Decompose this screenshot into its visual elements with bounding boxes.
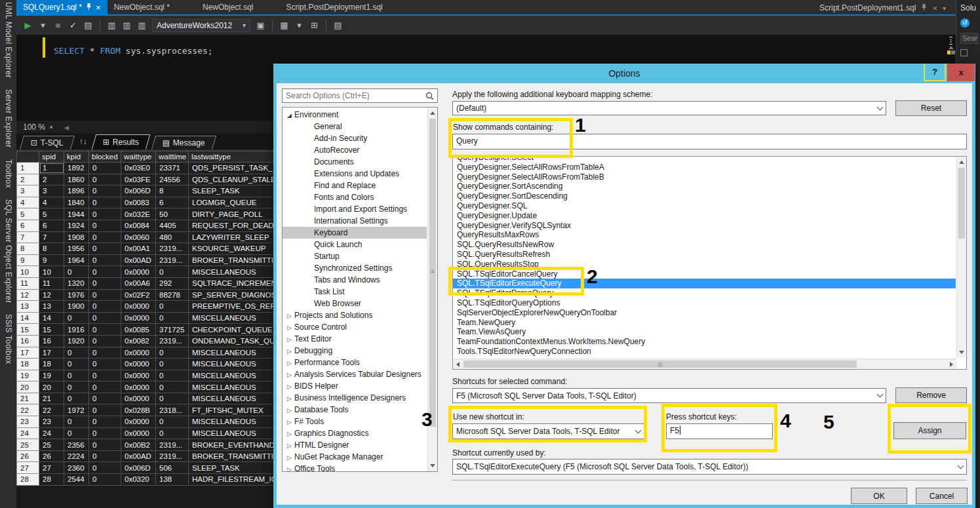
data-cell[interactable]: 0x00AD (121, 254, 156, 266)
data-cell[interactable]: 1908 (64, 231, 89, 243)
document-tab[interactable]: Script.PostDeployment1.sql (279, 0, 389, 14)
data-cell[interactable]: 24556 (156, 174, 189, 186)
data-cell[interactable]: 0 (89, 393, 121, 404)
data-cell[interactable]: 0 (89, 277, 121, 289)
expander-icon[interactable]: ▷ (287, 416, 294, 427)
data-cell[interactable]: 0 (64, 370, 89, 381)
data-cell[interactable]: 0x0000 (121, 381, 156, 393)
data-cell[interactable]: 0x006D (121, 186, 156, 197)
data-cell[interactable]: 13 (39, 301, 64, 313)
scroll-left-icon[interactable] (456, 362, 460, 367)
database-selector[interactable]: AdventureWorks2012▾ (152, 19, 250, 32)
data-cell[interactable]: 0 (89, 324, 121, 336)
data-cell[interactable]: CHECKPOINT_QUEUE (189, 324, 274, 336)
zoom-dropdown-icon[interactable]: ▾ (50, 124, 53, 130)
column-header-spid[interactable]: spid (39, 151, 64, 163)
cancel-query-icon[interactable]: ■ (53, 21, 63, 29)
new-query-icon[interactable]: ▣ (256, 21, 265, 29)
data-cell[interactable]: 0 (156, 381, 189, 393)
data-cell[interactable]: 0 (89, 404, 121, 416)
data-cell[interactable]: 0 (89, 474, 121, 486)
data-cell[interactable]: 11 (39, 277, 64, 289)
scroll-up-icon[interactable] (949, 46, 954, 49)
tab-tsql[interactable]: ⊡ T-SQL (20, 136, 75, 149)
command-item[interactable]: TeamFoundationContextMenus.WorkItems.New… (453, 337, 956, 347)
reset-button[interactable]: Reset (895, 100, 967, 116)
data-cell[interactable]: 0 (89, 220, 121, 231)
data-cell[interactable]: 4 (39, 197, 64, 208)
data-cell[interactable]: MISCELLANEOUS (189, 359, 274, 370)
data-cell[interactable]: 14 (39, 312, 64, 324)
intellisense-icon[interactable]: ▤ (333, 21, 343, 29)
data-cell[interactable]: 0 (156, 370, 189, 381)
data-cell[interactable]: 292 (156, 277, 189, 289)
tree-item-bids-helper[interactable]: ▷BIDS Helper (283, 380, 427, 392)
data-cell[interactable]: 0 (89, 450, 121, 462)
data-cell[interactable]: 0 (156, 301, 189, 313)
mapping-scheme-select[interactable]: (Default) (452, 101, 886, 115)
data-cell[interactable]: 15 (39, 324, 64, 336)
sidebar-tab-server-explorer[interactable]: Server Explorer (4, 89, 13, 147)
row-number-cell[interactable]: 22 (17, 404, 39, 416)
row-number-cell[interactable]: 10 (17, 266, 39, 278)
data-cell[interactable]: QDS_PERSIST_TASK_ (189, 163, 274, 174)
column-header-blocked[interactable]: blocked (89, 151, 121, 163)
expander-icon[interactable]: ▷ (287, 310, 294, 321)
connect-database-icon[interactable]: ▥ (107, 21, 117, 29)
data-cell[interactable]: 0 (156, 312, 189, 324)
data-cell[interactable]: 4405 (156, 220, 189, 231)
tree-item-environment[interactable]: ◢Environment (283, 109, 427, 121)
data-cell[interactable]: 0x0000 (121, 393, 156, 404)
data-cell[interactable]: ONDEMAND_TASK_QU (189, 335, 274, 347)
command-item[interactable]: SQL.TSqlEditorQueryOptions (453, 298, 956, 308)
data-cell[interactable]: 8 (156, 186, 189, 197)
data-cell[interactable]: 0 (156, 427, 189, 439)
tab-label[interactable]: Script.PostDeployment1.sql (819, 3, 916, 12)
close-button[interactable]: x (947, 64, 975, 81)
row-number-cell[interactable]: 27 (17, 462, 39, 474)
grid-corner-cell[interactable] (17, 151, 39, 163)
data-cell[interactable]: 0 (64, 393, 89, 404)
data-cell[interactable]: 88278 (156, 289, 189, 301)
row-number-cell[interactable]: 8 (17, 243, 39, 255)
tree-item-general[interactable]: General (283, 121, 427, 132)
scroll-up-icon[interactable] (959, 161, 964, 164)
data-cell[interactable]: 0x00A6 (121, 277, 156, 289)
row-number-cell[interactable]: 2 (17, 174, 39, 186)
data-cell[interactable]: LAZYWRITER_SLEEP (189, 231, 274, 243)
data-cell[interactable]: 1892 (64, 163, 89, 174)
data-cell[interactable]: 27 (39, 462, 64, 474)
data-cell[interactable]: BROKER_EVENTHAND (189, 439, 274, 451)
expander-icon[interactable]: ▷ (287, 322, 294, 333)
sidebar-tab-ssis-toolbox[interactable]: SSIS Toolbox (4, 314, 13, 364)
data-cell[interactable]: 2319... (156, 254, 189, 266)
data-cell[interactable]: 12 (39, 289, 64, 301)
tree-item-source-control[interactable]: ▷Source Control (283, 321, 427, 333)
data-cell[interactable]: 0 (64, 381, 89, 393)
tab-message[interactable]: ▤ Message (151, 136, 216, 149)
data-cell[interactable]: 10 (39, 266, 64, 278)
execute-query-icon[interactable]: ▶ (23, 21, 33, 29)
data-cell[interactable]: 0 (156, 359, 189, 370)
command-item[interactable]: QueryDesigner.VerifySQLSyntax (453, 221, 956, 231)
back-icon[interactable]: ↺ (960, 18, 970, 28)
expander-icon[interactable]: ▷ (287, 428, 294, 439)
data-cell[interactable]: 1964 (64, 254, 89, 266)
data-cell[interactable]: 18 (39, 359, 64, 370)
close-icon[interactable]: × (96, 3, 101, 12)
row-number-cell[interactable]: 9 (17, 254, 39, 266)
dialog-title-bar[interactable]: Options ? x (273, 64, 975, 83)
close-icon[interactable]: × (932, 4, 937, 12)
data-cell[interactable]: 2319... (156, 335, 189, 347)
data-cell[interactable]: 0 (89, 427, 121, 439)
row-number-cell[interactable]: 12 (17, 289, 39, 301)
data-cell[interactable]: MISCELLANEOUS (189, 393, 274, 404)
row-number-cell[interactable]: 13 (17, 301, 39, 313)
data-cell[interactable]: 0 (156, 347, 189, 359)
data-cell[interactable]: 0x0000 (121, 312, 156, 324)
column-header-waittime[interactable]: waittime (156, 151, 189, 163)
remove-button[interactable]: Remove (895, 387, 967, 403)
data-cell[interactable]: 0 (64, 427, 89, 439)
tree-item-synchronized-settings[interactable]: Synchronized Settings (283, 262, 427, 274)
command-item[interactable]: SQL.TSqlEditorCancelQuery (453, 269, 956, 279)
